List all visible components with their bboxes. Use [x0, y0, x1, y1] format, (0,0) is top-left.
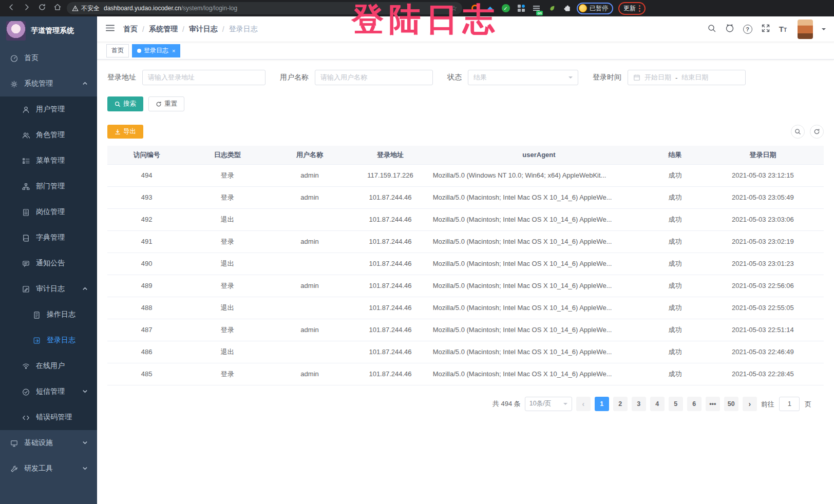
- tag-home[interactable]: 首页: [106, 44, 129, 57]
- dashboard-icon: [10, 54, 18, 62]
- sidebar-item-menus[interactable]: 菜单管理: [0, 148, 97, 173]
- browser-update-button[interactable]: 更新: [618, 2, 646, 15]
- not-secure-warning[interactable]: 不安全: [72, 4, 100, 13]
- page-button[interactable]: 1: [595, 397, 609, 411]
- sidebar-item-departments[interactable]: 部门管理: [0, 173, 97, 199]
- extension-grid-icon[interactable]: [517, 4, 525, 13]
- circle-check-icon: [22, 388, 30, 396]
- col-header-ip: 登录地址: [351, 146, 429, 164]
- on-badge: on: [536, 11, 543, 15]
- home-icon[interactable]: [53, 3, 62, 13]
- table-row[interactable]: 494 登录 admin 117.159.17.226 Mozilla/5.0 …: [107, 164, 824, 186]
- avatar[interactable]: [798, 20, 813, 39]
- sidebar-item-home[interactable]: 首页: [0, 45, 97, 71]
- cell-type: 登录: [186, 186, 268, 208]
- sidebar-item-users[interactable]: 用户管理: [0, 96, 97, 122]
- sidebar-item-operation-log[interactable]: 操作日志: [0, 302, 97, 327]
- cell-user: [269, 341, 351, 363]
- page-button[interactable]: 4: [650, 397, 665, 411]
- cell-result: 成功: [648, 230, 702, 253]
- breadcrumb-audit[interactable]: 审计日志: [189, 25, 218, 34]
- cell-id: 485: [107, 363, 186, 385]
- cell-user: [269, 253, 351, 275]
- browser-menu-icon[interactable]: [639, 5, 640, 12]
- org-tree-icon: [22, 183, 30, 190]
- table-row[interactable]: 493 登录 admin 101.87.244.46 Mozilla/5.0 (…: [107, 186, 824, 208]
- sidebar-item-posts[interactable]: 岗位管理: [0, 199, 97, 225]
- close-icon[interactable]: ×: [172, 48, 175, 54]
- cell-user: [269, 208, 351, 230]
- back-icon[interactable]: [7, 3, 15, 13]
- address-input[interactable]: 请输入登录地址: [142, 70, 266, 85]
- breadcrumb-system[interactable]: 系统管理: [149, 25, 178, 34]
- table-row[interactable]: 486 退出 101.87.244.46 Mozilla/5.0 (Macint…: [107, 341, 824, 363]
- app-title: 芋道管理系统: [31, 26, 74, 35]
- cell-id: 487: [107, 319, 186, 341]
- sidebar-item-notices[interactable]: 通知公告: [0, 250, 97, 276]
- sidebar-item-system[interactable]: 系统管理: [0, 71, 97, 96]
- extension-list-icon[interactable]: on: [532, 4, 541, 13]
- refresh-icon: [156, 101, 162, 107]
- export-button[interactable]: 导出: [107, 125, 143, 139]
- cell-date: 2021-05-03 23:05:49: [702, 186, 824, 208]
- logo-image: [6, 21, 26, 41]
- sidebar-item-login-log[interactable]: 登录日志: [0, 327, 97, 353]
- sidebar-item-sms[interactable]: 短信管理: [0, 379, 97, 404]
- page-button[interactable]: 50: [724, 397, 738, 411]
- table-row[interactable]: 492 退出 101.87.244.46 Mozilla/5.0 (Macint…: [107, 208, 824, 230]
- profile-paused-chip[interactable]: 已暂停: [577, 3, 613, 14]
- cell-agent: Mozilla/5.0 (Macintosh; Intel Mac OS X 1…: [430, 208, 648, 230]
- next-page-button[interactable]: ›: [743, 397, 757, 411]
- table-row[interactable]: 490 退出 101.87.244.46 Mozilla/5.0 (Macint…: [107, 253, 824, 275]
- reset-button[interactable]: 重置: [148, 96, 184, 111]
- search-button[interactable]: 搜索: [107, 96, 143, 111]
- sidebar-item-error-codes[interactable]: 错误码管理: [0, 404, 97, 430]
- sidebar-item-dict[interactable]: 字典管理: [0, 225, 97, 250]
- tag-login-log[interactable]: 登录日志 ×: [132, 44, 180, 57]
- sidebar-item-infrastructure[interactable]: 基础设施: [0, 430, 97, 456]
- username-input[interactable]: 请输入用户名称: [315, 70, 433, 85]
- sidebar-item-audit-log[interactable]: 审计日志: [0, 276, 97, 302]
- cell-result: 成功: [648, 208, 702, 230]
- avatar-caret-icon[interactable]: [822, 28, 826, 32]
- sidebar-item-dev-tools[interactable]: 研发工具: [0, 456, 97, 481]
- page-button[interactable]: 2: [613, 397, 628, 411]
- goto-page-input[interactable]: [779, 397, 800, 411]
- sidebar-item-roles[interactable]: 角色管理: [0, 122, 97, 148]
- sidebar-item-online-users[interactable]: 在线用户: [0, 353, 97, 379]
- reload-icon[interactable]: [38, 3, 46, 13]
- cell-type: 退出: [186, 341, 268, 363]
- extensions-puzzle-icon[interactable]: [563, 4, 572, 13]
- address-label: 登录地址: [107, 73, 136, 82]
- sidebar: 芋道管理系统 首页 系统管理 用户管理 角色管理 菜单管理: [0, 16, 97, 504]
- prev-page-button[interactable]: ‹: [576, 397, 591, 411]
- table-row[interactable]: 491 登录 admin 101.87.244.46 Mozilla/5.0 (…: [107, 230, 824, 253]
- font-size-icon[interactable]: TT: [779, 25, 787, 33]
- breadcrumb-home[interactable]: 首页: [123, 25, 138, 34]
- github-icon[interactable]: [725, 24, 734, 35]
- help-icon[interactable]: ?: [743, 25, 752, 34]
- status-select[interactable]: 结果: [468, 70, 578, 85]
- page-size-select[interactable]: 10条/页: [525, 397, 572, 411]
- forward-icon[interactable]: [23, 3, 31, 13]
- calendar-icon: [633, 74, 640, 81]
- fullscreen-icon[interactable]: [761, 24, 770, 35]
- app-logo[interactable]: 芋道管理系统: [0, 16, 97, 45]
- refresh-table-button[interactable]: [810, 125, 824, 139]
- page-button[interactable]: 5: [669, 397, 683, 411]
- table-row[interactable]: 487 登录 admin 101.87.244.46 Mozilla/5.0 (…: [107, 319, 824, 341]
- table-row[interactable]: 489 登录 admin 101.87.244.46 Mozilla/5.0 (…: [107, 275, 824, 297]
- col-header-agent: userAgent: [430, 146, 648, 164]
- table-row[interactable]: 488 退出 101.87.244.46 Mozilla/5.0 (Macint…: [107, 297, 824, 319]
- page-button[interactable]: 6: [687, 397, 702, 411]
- toggle-search-button[interactable]: [791, 125, 805, 139]
- extension-green-check-icon[interactable]: ✓: [501, 4, 510, 13]
- page-button[interactable]: 3: [632, 397, 646, 411]
- cell-ip: 101.87.244.46: [351, 230, 429, 253]
- page-ellipsis[interactable]: •••: [706, 397, 720, 411]
- date-range-picker[interactable]: 开始日期 - 结束日期: [628, 70, 746, 85]
- extension-leaf-icon[interactable]: [547, 4, 556, 13]
- table-row[interactable]: 485 登录 admin 101.87.244.46 Mozilla/5.0 (…: [107, 363, 824, 385]
- sidebar-toggle-icon[interactable]: [105, 23, 115, 35]
- search-icon[interactable]: [707, 24, 716, 35]
